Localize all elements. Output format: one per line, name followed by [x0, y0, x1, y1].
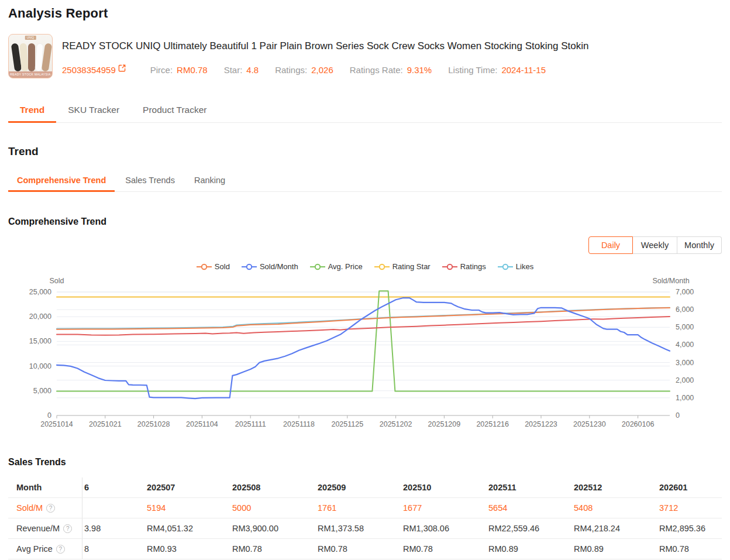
- month-column-header: 202508: [232, 483, 318, 492]
- legend-item-ratings[interactable]: Ratings: [442, 262, 486, 271]
- tab-sku-tracker[interactable]: SKU Tracker: [56, 98, 131, 123]
- row-label-text: Revenue/M: [16, 524, 60, 533]
- tab-trend[interactable]: Trend: [8, 98, 56, 123]
- left-tick-label: 20,000: [29, 312, 51, 321]
- legend-item-rating-star[interactable]: Rating Star: [374, 262, 431, 271]
- product-stat: Star:4.8: [224, 65, 259, 75]
- table-cell: 5654: [488, 503, 574, 513]
- table-row: 6202507202508202509202510202511202512202…: [8, 477, 722, 498]
- table-cell: RM4,051.32: [147, 524, 232, 533]
- legend-marker-icon: [310, 263, 325, 270]
- stat-value: 4.8: [246, 65, 259, 75]
- stat-label: Ratings Rate:: [350, 65, 403, 75]
- chart-legend: SoldSold/MonthAvg. PriceRating StarRatin…: [8, 262, 722, 271]
- row-label-text: Sold/M: [16, 503, 43, 513]
- month-column-header: 202507: [147, 483, 232, 492]
- legend-label: Avg. Price: [328, 262, 363, 271]
- month-column-header: 202510: [403, 483, 488, 492]
- sales-trends-heading: Sales Trends: [8, 457, 722, 468]
- legend-marker-icon: [242, 263, 257, 270]
- legend-label: Sold: [215, 262, 230, 271]
- trend-section-title: Trend: [8, 145, 722, 158]
- x-tick-label: 20251118: [283, 420, 315, 428]
- legend-item-likes[interactable]: Likes: [498, 262, 533, 271]
- left-tick-label: 5,000: [33, 387, 51, 395]
- table-cell: RM22,559.46: [488, 524, 574, 533]
- analysis-report-page: Analysis Report UNIQ READY STOCK MALAYSI…: [0, 0, 730, 559]
- table-cell: RM3,900.00: [232, 524, 318, 533]
- tab-product-tracker[interactable]: Product Tracker: [131, 98, 218, 123]
- table-cell: RM1,308.06: [403, 524, 488, 533]
- chart-controls-row: DailyWeeklyMonthly: [8, 236, 722, 254]
- help-icon[interactable]: ?: [63, 524, 72, 533]
- monthly-button[interactable]: Monthly: [677, 236, 722, 254]
- main-tab-bar: TrendSKU TrackerProduct Tracker: [8, 98, 722, 123]
- month-column-header: 202511: [488, 483, 574, 492]
- x-tick-label: 20251230: [573, 420, 606, 428]
- legend-label: Ratings: [460, 262, 486, 271]
- stat-label: Ratings:: [275, 65, 307, 75]
- left-axis-name: Sold: [49, 277, 64, 285]
- x-tick-label: 20251021: [89, 420, 122, 428]
- right-tick-label: 6,000: [676, 305, 694, 314]
- table-row-cells: 6202507202508202509202510202511202512202…: [84, 477, 730, 497]
- legend-item-avg-price[interactable]: Avg. Price: [310, 262, 363, 271]
- right-tick-label: 5,000: [676, 323, 694, 331]
- row-label-avg-price: Avg Price?: [8, 539, 82, 559]
- chart-heading: Comprehensive Trend: [8, 217, 722, 227]
- trend-subtab-bar: Comprehensive TrendSales TrendsRanking: [8, 171, 722, 192]
- range-button-group: DailyWeeklyMonthly: [588, 236, 722, 254]
- row-label-revenue-m: Revenue/M?: [8, 518, 82, 538]
- sock-graphic: [28, 43, 35, 71]
- legend-marker-icon: [374, 263, 390, 270]
- weekly-button[interactable]: Weekly: [633, 236, 677, 254]
- table-cell: RM0.93: [147, 544, 232, 554]
- table-cell: 5194: [147, 503, 232, 513]
- help-icon[interactable]: ?: [56, 545, 65, 554]
- sales-trends-table: 6202507202508202509202510202511202512202…: [8, 477, 722, 559]
- stat-value: 2,026: [311, 65, 333, 75]
- product-id-link[interactable]: 25038354959: [62, 65, 126, 75]
- trend-chart[interactable]: 2025101420251021202510282025110420251111…: [8, 274, 722, 434]
- right-tick-label: 3,000: [676, 359, 694, 367]
- left-tick-label: 10,000: [29, 362, 51, 370]
- legend-label: Rating Star: [392, 262, 431, 271]
- stat-label: Star:: [224, 65, 243, 75]
- stat-value: RM0.78: [177, 65, 208, 75]
- table-row: 5194500017611677565454083712Sold/M?: [8, 498, 722, 518]
- month-column-header: 202509: [318, 483, 403, 492]
- table-cell: 5000: [232, 503, 318, 513]
- stat-label: Pirce:: [150, 65, 173, 75]
- right-tick-label: 1,000: [676, 394, 694, 402]
- x-tick-label: 20251028: [137, 420, 170, 428]
- product-stat: Ratings:2,026: [275, 65, 333, 75]
- product-title: READY STOCK UNIQ Ultimately Beautiful 1 …: [62, 40, 588, 52]
- legend-label: Sold/Month: [260, 262, 298, 271]
- table-cell: RM0.89: [574, 544, 659, 554]
- product-info: READY STOCK UNIQ Ultimately Beautiful 1 …: [62, 34, 588, 78]
- table-cell: RM1,373.58: [318, 524, 403, 533]
- x-tick-label: 20251216: [476, 420, 509, 428]
- product-stat: Ratings Rate:9.31%: [350, 65, 432, 75]
- table-row: 3.98RM4,051.32RM3,900.00RM1,373.58RM1,30…: [8, 518, 722, 539]
- table-cell: RM0.78: [318, 544, 403, 554]
- subtab-sales-trends[interactable]: Sales Trends: [116, 171, 184, 192]
- right-axis-name: Sold/Month: [652, 277, 689, 285]
- subtab-ranking[interactable]: Ranking: [185, 171, 234, 192]
- legend-item-sold-month[interactable]: Sold/Month: [242, 262, 298, 271]
- table-cell: 8: [84, 544, 147, 554]
- table-cell: RM0.89: [488, 544, 574, 554]
- x-tick-label: 20251125: [331, 420, 363, 428]
- daily-button[interactable]: Daily: [588, 236, 633, 254]
- x-tick-label: 20260106: [622, 420, 655, 428]
- month-column-header: 6: [84, 483, 147, 492]
- legend-label: Likes: [516, 262, 533, 271]
- subtab-comprehensive-trend[interactable]: Comprehensive Trend: [8, 171, 115, 192]
- x-tick-label: 20251209: [428, 420, 461, 428]
- help-icon[interactable]: ?: [46, 504, 55, 513]
- series-line-sold-month: [57, 298, 670, 398]
- table-cell: RM0.78: [659, 544, 730, 554]
- external-link-icon: [118, 64, 126, 72]
- legend-item-sold[interactable]: Sold: [197, 262, 230, 271]
- x-tick-label: 20251104: [186, 420, 218, 428]
